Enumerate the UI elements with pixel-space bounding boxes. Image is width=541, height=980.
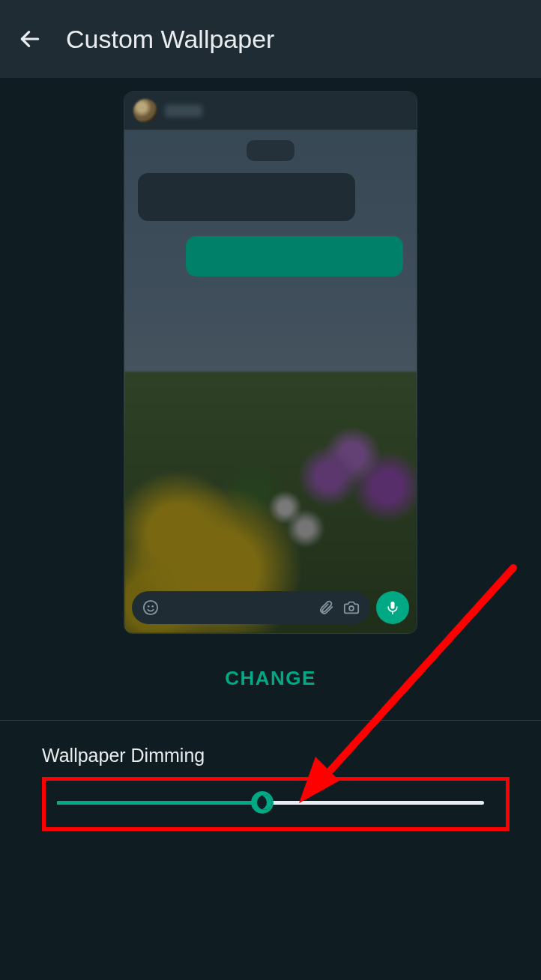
contact-name-placeholder [165,105,202,117]
chat-input-row [132,591,409,624]
outgoing-message-bubble [186,236,403,276]
camera-icon [343,599,360,616]
wallpaper-dimming-slider[interactable] [42,787,499,817]
message-input-pill [132,591,370,624]
wallpaper-dimming-section: Wallpaper Dimming [0,721,541,817]
chat-preview-header [124,92,417,130]
slider-track [57,801,484,805]
moon-icon [257,795,272,810]
svg-rect-5 [391,602,395,609]
attachment-icon [318,599,334,616]
slider-track-fill [57,801,262,805]
change-row: CHANGE [0,667,541,690]
appbar: Custom Wallpaper [0,0,541,78]
incoming-message-bubble [138,173,355,221]
date-chip [247,140,294,161]
page-title: Custom Wallpaper [66,25,274,54]
chat-preview-body [124,130,417,587]
arrow-back-icon [18,27,42,51]
change-button[interactable]: CHANGE [225,667,316,690]
mic-button [376,591,409,624]
svg-point-2 [148,605,150,608]
mic-icon [385,600,400,615]
slider-thumb[interactable] [251,791,273,814]
emoji-icon [142,599,159,616]
svg-point-1 [144,601,157,614]
chat-preview [124,91,417,634]
wallpaper-preview-container [0,78,541,634]
avatar [133,99,157,123]
svg-point-4 [349,606,354,611]
wallpaper-dimming-label: Wallpaper Dimming [42,745,499,766]
back-button[interactable] [12,21,48,57]
svg-point-3 [151,605,154,608]
